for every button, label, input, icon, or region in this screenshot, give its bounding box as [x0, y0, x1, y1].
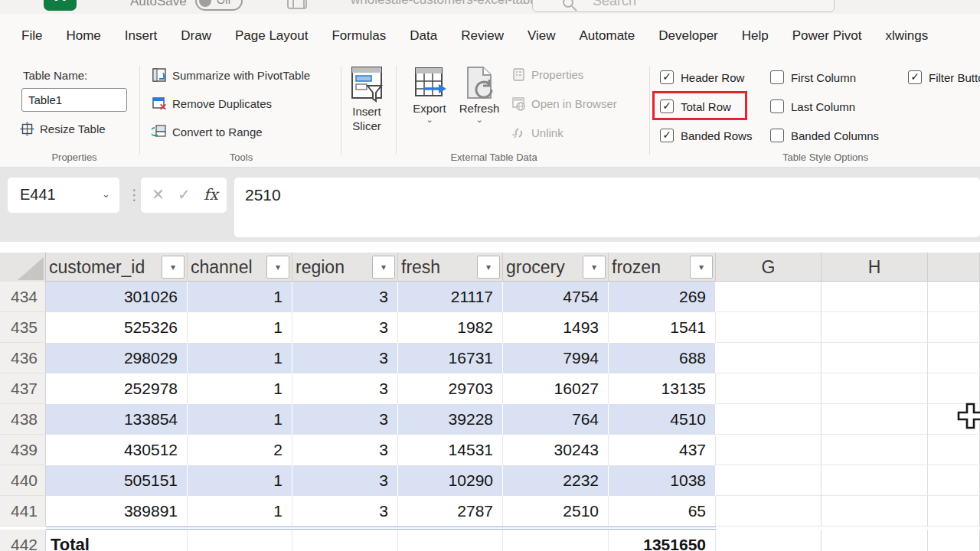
filter-dropdown-icon[interactable]: ▾: [266, 256, 289, 279]
column-header-partial[interactable]: [928, 253, 980, 282]
cell[interactable]: 1982: [398, 312, 503, 343]
cell[interactable]: [716, 312, 822, 343]
cell[interactable]: 1: [188, 465, 292, 496]
cell[interactable]: 3: [292, 496, 398, 527]
checkbox-unchecked-icon[interactable]: [770, 99, 784, 113]
cell[interactable]: [928, 373, 980, 404]
cell[interactable]: [822, 312, 928, 343]
cell[interactable]: [292, 530, 398, 551]
cell[interactable]: 16027: [503, 373, 609, 404]
table-header-frozen[interactable]: frozen▾: [609, 253, 716, 282]
cell[interactable]: 430512: [46, 435, 188, 465]
cell[interactable]: [928, 282, 980, 312]
ribbon-tab-view[interactable]: View: [528, 28, 556, 44]
cell[interactable]: 21117: [398, 282, 503, 312]
checkbox-unchecked-icon[interactable]: [770, 129, 784, 142]
filter-dropdown-icon[interactable]: ▾: [372, 256, 395, 279]
cell[interactable]: [822, 404, 928, 435]
cell[interactable]: 2510: [503, 496, 609, 527]
export-button[interactable]: Export ⌄: [407, 66, 452, 123]
checkbox-checked-icon[interactable]: ✓: [660, 70, 674, 84]
row-number[interactable]: 439: [0, 435, 46, 465]
checkbox-total-row[interactable]: ✓Total Row: [660, 99, 731, 113]
remove-duplicates-button[interactable]: ✕ Remove Duplicates: [152, 96, 272, 111]
cell[interactable]: 525326: [46, 312, 188, 343]
cell[interactable]: 30243: [503, 435, 609, 465]
cell[interactable]: 1: [188, 312, 292, 343]
cell[interactable]: 3: [292, 343, 398, 373]
row-number[interactable]: 436: [0, 343, 46, 373]
ribbon-tab-file[interactable]: File: [21, 28, 42, 44]
resize-table-button[interactable]: Resize Table: [20, 122, 106, 136]
cell[interactable]: 1: [188, 404, 292, 435]
refresh-button[interactable]: Refresh ⌄: [456, 66, 502, 123]
table-header-channel[interactable]: channel▾: [188, 253, 292, 282]
column-header-G[interactable]: G: [716, 253, 822, 282]
cell[interactable]: [716, 465, 822, 496]
cell[interactable]: 3: [292, 404, 398, 435]
cell[interactable]: [822, 373, 928, 404]
formula-bar-grip-icon[interactable]: ⋮: [127, 186, 142, 204]
autosave-toggle[interactable]: Off: [195, 0, 243, 11]
checkbox-last-column[interactable]: Last Column: [770, 99, 855, 113]
excel-app-icon[interactable]: X: [44, 0, 77, 11]
table-header-region[interactable]: region▾: [292, 253, 398, 282]
cell[interactable]: 3: [292, 373, 398, 404]
ribbon-tab-draw[interactable]: Draw: [181, 28, 211, 44]
ribbon-tab-formulas[interactable]: Formulas: [332, 28, 386, 44]
checkbox-first-column[interactable]: First Column: [770, 70, 856, 84]
checkbox-banded-columns[interactable]: Banded Columns: [770, 129, 879, 142]
checkbox-banded-rows[interactable]: ✓Banded Rows: [660, 129, 752, 142]
cell[interactable]: 437: [609, 435, 716, 465]
ribbon-tab-developer[interactable]: Developer: [658, 28, 718, 44]
cell[interactable]: [822, 343, 928, 373]
checkbox-checked-icon[interactable]: ✓: [908, 70, 922, 84]
checkbox-checked-icon[interactable]: ✓: [660, 99, 674, 113]
ribbon-tab-xlwings[interactable]: xlwings: [885, 28, 928, 44]
cell[interactable]: 688: [609, 343, 716, 373]
save-icon[interactable]: [287, 0, 307, 9]
convert-to-range-button[interactable]: Convert to Range: [152, 124, 263, 139]
cell[interactable]: 252978: [46, 373, 188, 404]
cell[interactable]: 4754: [503, 282, 609, 312]
table-name-input[interactable]: [21, 88, 127, 112]
cell[interactable]: 65: [609, 496, 716, 527]
cell[interactable]: 2: [188, 435, 292, 465]
cell[interactable]: [716, 530, 822, 551]
cell[interactable]: 133854: [46, 404, 188, 435]
table-header-fresh[interactable]: fresh▾: [398, 253, 503, 282]
cell[interactable]: 14531: [398, 435, 503, 465]
cell[interactable]: 3: [292, 312, 398, 343]
ribbon-tab-help[interactable]: Help: [742, 28, 769, 44]
cell[interactable]: 10290: [398, 465, 503, 496]
cell[interactable]: 3: [292, 282, 398, 312]
cell[interactable]: 7994: [503, 343, 609, 373]
cell[interactable]: 4510: [609, 404, 716, 435]
cell[interactable]: [716, 435, 822, 465]
cell[interactable]: [928, 465, 980, 496]
cell[interactable]: 1038: [609, 465, 716, 496]
filter-dropdown-icon[interactable]: ▾: [477, 256, 500, 279]
cell[interactable]: 1: [188, 373, 292, 404]
table-header-grocery[interactable]: grocery▾: [503, 253, 609, 282]
ribbon-tab-data[interactable]: Data: [410, 28, 437, 44]
cell[interactable]: 1493: [503, 312, 609, 343]
filter-dropdown-icon[interactable]: ▾: [583, 256, 606, 279]
cell[interactable]: 1: [188, 282, 292, 312]
cell[interactable]: 301026: [46, 282, 188, 312]
cell[interactable]: 16731: [398, 343, 503, 373]
table-header-customer_id[interactable]: customer_id▾: [46, 253, 188, 282]
cell[interactable]: [822, 496, 928, 527]
cell[interactable]: 389891: [46, 496, 188, 527]
summarize-with-pivottable-button[interactable]: Summarize with PivotTable: [152, 67, 310, 83]
column-header-H[interactable]: H: [822, 253, 928, 282]
row-number[interactable]: 437: [0, 373, 46, 404]
cell[interactable]: [716, 404, 822, 435]
insert-function-icon[interactable]: fx: [204, 185, 218, 204]
cell[interactable]: [822, 282, 928, 312]
cell[interactable]: 269: [609, 282, 716, 312]
cell[interactable]: 1541: [609, 312, 716, 343]
cell[interactable]: [716, 373, 822, 404]
cell[interactable]: [716, 282, 822, 312]
ribbon-tab-home[interactable]: Home: [66, 28, 100, 44]
